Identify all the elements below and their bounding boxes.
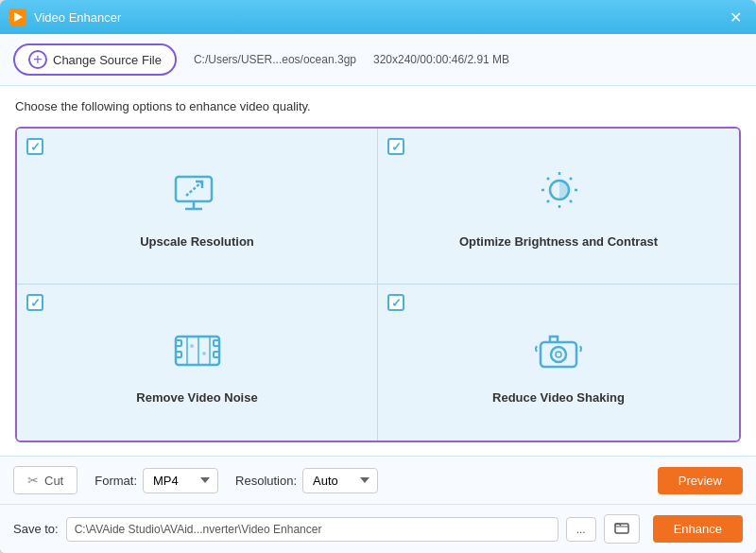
svg-rect-17 [214, 340, 219, 346]
title-bar-text: Video Enhancer [34, 10, 724, 25]
enhance-button[interactable]: Enhance [653, 515, 743, 543]
plus-icon: + [28, 50, 47, 69]
save-bar: Save to: ... Enhance [0, 504, 756, 553]
resolution-select[interactable]: Auto 1080p 720p 480p [302, 468, 378, 493]
noise-icon [167, 320, 228, 381]
open-folder-button[interactable] [604, 514, 640, 544]
close-button[interactable]: ✕ [724, 6, 747, 28]
shaking-label: Reduce Video Shaking [492, 390, 625, 405]
resolution-group: Resolution: Auto 1080p 720p 480p [235, 468, 378, 493]
cut-label: Cut [44, 474, 63, 488]
svg-line-12 [547, 200, 549, 202]
cut-icon: ✂ [27, 473, 39, 488]
enhance-grid: Upscale Resolution [15, 127, 741, 442]
brightness-checkbox[interactable] [387, 138, 404, 155]
change-source-label: Change Source File [53, 53, 162, 67]
brightness-cell[interactable]: Optimize Brightness and Contrast [378, 129, 739, 285]
svg-rect-15 [176, 340, 181, 346]
file-path: C:/Users/USER...eos/ocean.3gp [194, 53, 356, 66]
app-icon [9, 9, 26, 26]
brightness-label: Optimize Brightness and Contrast [459, 234, 658, 249]
noise-label: Remove Video Noise [136, 390, 257, 405]
svg-rect-16 [176, 352, 181, 357]
main-content: Choose the following options to enhance … [0, 86, 756, 456]
save-to-label: Save to: [13, 522, 59, 536]
shaking-checkbox[interactable] [387, 294, 404, 311]
upscale-icon [167, 164, 228, 225]
browse-button[interactable]: ... [566, 517, 596, 542]
format-group: Format: MP4 MKV AVI MOV [94, 468, 218, 493]
svg-marker-0 [14, 12, 23, 22]
upscale-cell[interactable]: Upscale Resolution [17, 129, 378, 285]
upscale-label: Upscale Resolution [140, 234, 254, 249]
bottom-toolbar: ✂ Cut Format: MP4 MKV AVI MOV Resolution… [0, 456, 756, 504]
svg-line-10 [547, 178, 549, 180]
svg-rect-18 [214, 352, 219, 357]
svg-line-13 [570, 200, 572, 202]
svg-rect-27 [615, 524, 628, 533]
toolbar: + Change Source File C:/Users/USER...eos… [0, 34, 756, 86]
svg-point-26 [556, 352, 561, 357]
brightness-icon [528, 164, 589, 225]
shaking-cell[interactable]: Reduce Video Shaking [378, 285, 739, 441]
format-label: Format: [94, 474, 137, 488]
upscale-checkbox[interactable] [26, 138, 43, 155]
noise-checkbox[interactable] [26, 294, 43, 311]
svg-line-11 [570, 178, 572, 180]
preview-button[interactable]: Preview [658, 467, 743, 494]
title-bar: Video Enhancer ✕ [0, 0, 756, 34]
svg-line-4 [186, 182, 201, 196]
svg-point-22 [190, 344, 194, 348]
app-window: Video Enhancer ✕ + Change Source File C:… [0, 0, 756, 553]
save-path-input[interactable] [66, 517, 558, 542]
svg-point-23 [202, 352, 206, 355]
cut-button[interactable]: ✂ Cut [13, 466, 77, 494]
resolution-label: Resolution: [235, 474, 297, 488]
noise-cell[interactable]: Remove Video Noise [17, 285, 378, 441]
format-select[interactable]: MP4 MKV AVI MOV [143, 468, 218, 493]
shaking-icon [528, 320, 589, 381]
svg-point-25 [551, 347, 566, 362]
instructions-text: Choose the following options to enhance … [15, 99, 741, 113]
file-meta: 320x240/00:00:46/2.91 MB [373, 53, 509, 66]
change-source-button[interactable]: + Change Source File [13, 43, 177, 76]
